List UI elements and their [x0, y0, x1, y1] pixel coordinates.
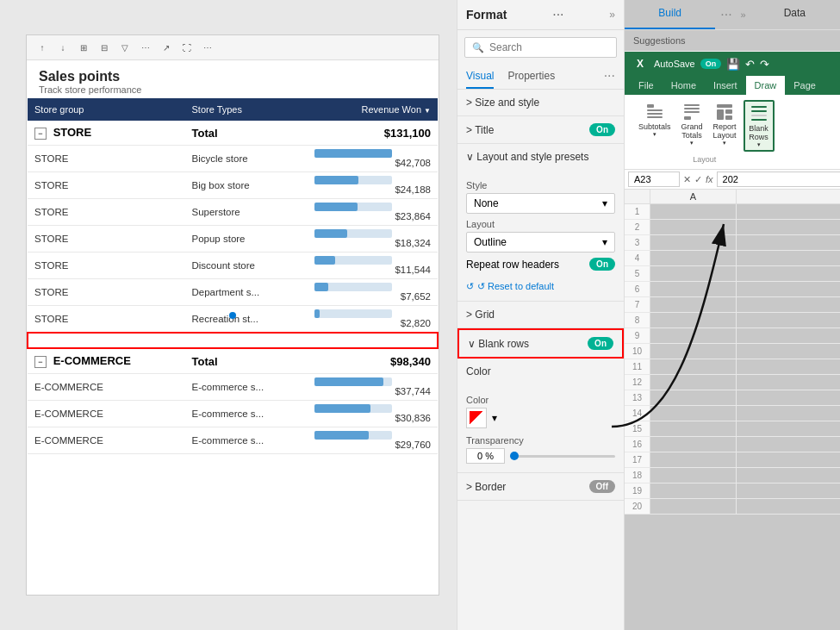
svg-rect-0 — [647, 104, 654, 108]
table-row: STORE Superstore $23,864 — [28, 199, 438, 226]
svg-rect-5 — [684, 108, 700, 109]
grid-row: 1 — [625, 204, 840, 220]
repeat-row-headers-toggle[interactable]: On — [589, 258, 615, 271]
undo-icon[interactable]: ↶ — [745, 58, 755, 71]
tab-visual[interactable]: Visual — [466, 65, 494, 89]
save-icon[interactable]: 💾 — [726, 58, 740, 71]
grid-section: > Grid — [457, 302, 624, 328]
color-swatch[interactable] — [466, 408, 487, 428]
table-row: E-COMMERCE E-commerce s... $37,744 — [28, 374, 438, 401]
blank-rows-btn[interactable]: Blank Rows ▾ — [744, 100, 775, 152]
format-expand-icon[interactable]: » — [609, 9, 615, 21]
collapse-btn[interactable]: ⊟ — [96, 39, 113, 56]
row-num-col-header — [625, 190, 650, 203]
ecommerce-group-collapse[interactable]: − E-COMMERCE — [28, 348, 184, 374]
ribbon-tab-home[interactable]: Home — [663, 76, 705, 95]
more-btn[interactable]: ⋯ — [137, 39, 154, 56]
svg-rect-4 — [684, 104, 700, 106]
border-toggle[interactable]: Off — [589, 480, 615, 493]
layout-chevron-icon: ▾ — [602, 236, 607, 248]
grand-totals-label2: Totals — [681, 131, 702, 140]
grid-rows: 1 2 3 4 5 6 7 8 9 10 11 12 13 14 15 16 1… — [625, 204, 840, 515]
grid-section-header[interactable]: > Grid — [457, 302, 624, 327]
ribbon-tabs: File Home Insert Draw Page — [625, 76, 840, 95]
title-toggle[interactable]: On — [589, 123, 615, 136]
title-section-header[interactable]: > Title On — [457, 116, 624, 143]
format-more-icon[interactable]: ··· — [552, 7, 563, 22]
report-layout-icon — [714, 102, 735, 122]
subtotals-btn[interactable]: Subtotals ▾ — [635, 100, 675, 152]
slider-thumb[interactable] — [510, 452, 519, 460]
table-wrapper: Store group Store Types Revenue Won ▼ − … — [27, 98, 439, 454]
search-input[interactable] — [489, 41, 609, 53]
store-group-collapse[interactable]: − STORE — [28, 121, 184, 146]
options-btn[interactable]: ⋯ — [199, 39, 216, 56]
layout-style-header[interactable]: ∨ Layout and style presets — [457, 144, 624, 170]
format-tab-more-icon[interactable]: ··· — [604, 65, 615, 89]
reset-label: ↺ Reset to default — [477, 281, 554, 292]
autosave-toggle[interactable]: On — [700, 59, 722, 69]
tab-build[interactable]: Build — [625, 0, 715, 29]
export-btn[interactable]: ↗ — [158, 39, 175, 56]
color-field-label: Color — [466, 395, 615, 405]
style-dropdown[interactable]: None ▾ — [466, 193, 615, 214]
tab-data[interactable]: Data — [750, 0, 840, 29]
report-layout-btn[interactable]: Report Layout ▾ — [710, 100, 740, 152]
blank-row-highlighted — [28, 333, 438, 348]
ribbon-tab-file[interactable]: File — [630, 76, 663, 95]
transparency-input[interactable] — [466, 448, 505, 464]
grand-totals-btn[interactable]: Grand Totals ▾ — [678, 100, 706, 152]
visual-title-area: Sales points Track store performance — [27, 60, 439, 98]
layout-style-label: ∨ Layout and style presets — [466, 151, 588, 163]
fullscreen-btn[interactable]: ⛶ — [178, 39, 196, 56]
build-tab-dots-icon[interactable]: ··· — [715, 0, 737, 29]
ribbon-tab-draw[interactable]: Draw — [746, 76, 786, 95]
subtotals-label: Subtotals — [638, 122, 671, 131]
border-section-header[interactable]: > Border Off — [457, 473, 624, 500]
layout-label: Layout — [466, 219, 615, 229]
blank-rows-header[interactable]: ∨ Blank rows On — [459, 330, 622, 357]
name-box-row: ✕ ✓ fx — [625, 170, 840, 190]
size-and-style-label: > Size and style — [466, 97, 539, 109]
transparency-row: Transparency — [466, 435, 615, 464]
expand-btn[interactable]: ⊞ — [75, 39, 92, 56]
formula-cancel-icon[interactable]: ✕ — [683, 174, 691, 185]
ribbon-tab-page[interactable]: Page — [785, 76, 824, 95]
color-chevron-icon[interactable]: ▾ — [492, 412, 497, 424]
report-layout-label2: Layout — [713, 131, 737, 140]
grid-row: 4 — [625, 251, 840, 266]
blank-rows-toggle[interactable]: On — [588, 337, 613, 350]
sort-desc-btn[interactable]: ↓ — [54, 39, 72, 56]
slider-track[interactable] — [510, 455, 615, 458]
layout-dropdown[interactable]: Outline ▾ — [466, 232, 615, 253]
formula-input[interactable] — [717, 172, 840, 187]
right-panel: Build ··· » Data Suggestions X AutoSave … — [625, 0, 840, 630]
left-panel: ↑ ↓ ⊞ ⊟ ▽ ⋯ ↗ ⛶ ⋯ Sales points Track sto… — [0, 0, 457, 630]
filter-btn[interactable]: ▽ — [116, 39, 134, 56]
collapse-icon[interactable]: − — [34, 128, 47, 140]
grid-row: 17 — [625, 452, 840, 468]
table-row: STORE Popup store $18,324 — [28, 226, 438, 253]
ribbon-tab-insert[interactable]: Insert — [705, 76, 746, 95]
ecommerce-collapse-icon[interactable]: − — [34, 356, 47, 368]
reset-to-default-btn[interactable]: ↺ ↺ Reset to default — [466, 281, 615, 292]
table-row: STORE Department s... $7,652 — [28, 279, 438, 306]
size-and-style-header[interactable]: > Size and style — [457, 90, 624, 115]
formula-fx-icon[interactable]: fx — [706, 174, 713, 185]
grand-totals-label: Grand — [681, 122, 703, 131]
title-section: > Title On — [457, 116, 624, 144]
redo-icon[interactable]: ↷ — [760, 58, 769, 71]
grand-totals-icon — [681, 102, 702, 122]
layout-buttons: Subtotals ▾ Grand Totals ▾ — [635, 100, 775, 152]
grid-row: 12 — [625, 375, 840, 390]
tab-properties[interactable]: Properties — [507, 65, 555, 89]
ribbon-content: Subtotals ▾ Grand Totals ▾ — [625, 95, 840, 170]
subtotals-chevron: ▾ — [653, 131, 656, 138]
sort-asc-btn[interactable]: ↑ — [34, 39, 51, 56]
name-box[interactable] — [628, 172, 680, 187]
formula-confirm-icon[interactable]: ✓ — [694, 174, 702, 185]
color-section-header[interactable]: Color — [457, 359, 624, 384]
store-total-label: Total — [184, 121, 307, 146]
grid-row: 8 — [625, 313, 840, 328]
build-tab-arr-icon[interactable]: » — [737, 0, 750, 29]
